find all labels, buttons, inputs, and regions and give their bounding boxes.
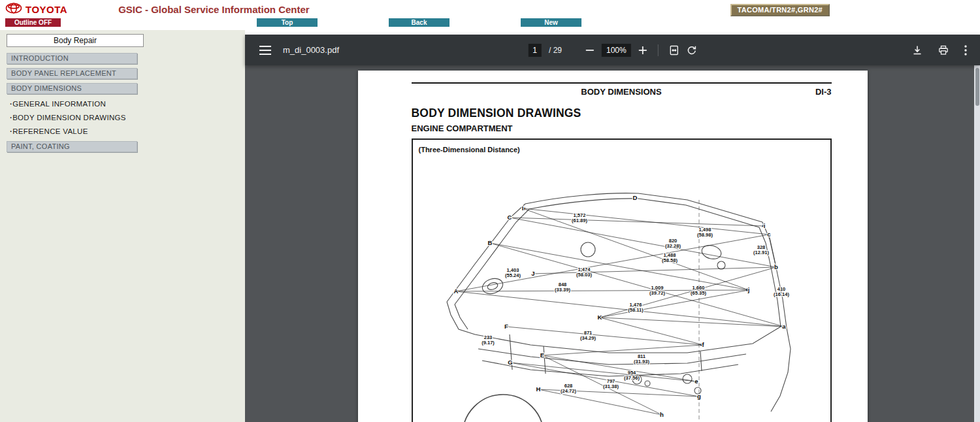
- measure-point-label: K: [597, 314, 602, 321]
- measure-point-label: D: [632, 194, 637, 201]
- dimension-label: 1,476(58.11): [628, 302, 644, 313]
- zoom-out-icon[interactable]: [585, 46, 595, 55]
- dimension-label: 1,403(55.24): [505, 267, 521, 278]
- page-number-input[interactable]: 1: [528, 44, 542, 57]
- vertical-scrollbar[interactable]: [974, 65, 980, 422]
- dimension-label: 1,488(58.58): [662, 252, 678, 263]
- toyota-logo-icon: [5, 3, 22, 16]
- measure-point-label: c: [767, 231, 770, 238]
- top-button[interactable]: Top: [257, 18, 318, 27]
- measure-point-label: a: [782, 323, 786, 330]
- toyota-brand: TOYOTA: [5, 3, 67, 16]
- dimension-line: [600, 290, 749, 317]
- dimension-label: 328(12.91): [753, 244, 769, 255]
- dimension-line: [490, 243, 784, 327]
- dimension-figure: (Three-Dimensional Distance): [412, 138, 832, 422]
- pdf-viewer: m_di_0003.pdf 1 / 29 100%: [245, 30, 980, 422]
- page-count-label: / 29: [549, 46, 562, 55]
- dimension-label: 628(24.72): [561, 383, 576, 394]
- dimension-label: 871(34.29): [580, 330, 596, 341]
- dimension-line: [542, 345, 703, 355]
- measure-point-label: C: [507, 214, 512, 221]
- dimension-label: 1,660(65.35): [691, 285, 706, 296]
- nav-button-row: Outline OFF Top Back New: [0, 18, 980, 30]
- page-header: BODY DIMENSIONS DI-3: [412, 84, 832, 98]
- engine-compartment-diagram: 1,572(61.89)1,498(58.98)820(32.28)328(12…: [413, 140, 830, 422]
- vehicle-model-badge: TACOMA/TRN2#,GRN2#: [730, 4, 830, 16]
- measure-point-label: i: [763, 222, 765, 229]
- kebab-menu-icon[interactable]: [964, 45, 967, 56]
- sidebar-item-introduction[interactable]: INTRODUCTION: [7, 53, 137, 64]
- sidebar-item-general-information[interactable]: GENERAL INFORMATION: [10, 100, 245, 108]
- section-title: BODY DIMENSION DRAWINGS: [412, 106, 832, 120]
- measure-point-label: E: [540, 351, 544, 359]
- back-button[interactable]: Back: [389, 18, 449, 27]
- toolbar-divider: [658, 44, 659, 56]
- measure-point-label: b: [774, 263, 778, 270]
- dimension-line: [538, 389, 662, 415]
- dimension-line: [523, 208, 769, 235]
- measure-point-label: I: [521, 204, 523, 212]
- outline-toggle-button[interactable]: Outline OFF: [5, 18, 61, 27]
- measure-point-label: e: [694, 378, 698, 385]
- download-icon[interactable]: [912, 45, 923, 56]
- zoom-level: 100%: [602, 44, 631, 57]
- sidebar-item-paint-coating[interactable]: PAINT, COATING: [7, 141, 137, 152]
- new-button[interactable]: New: [521, 18, 581, 27]
- pdf-filename: m_di_0003.pdf: [283, 45, 339, 55]
- page-number-code: DI-3: [815, 87, 832, 97]
- measure-point-label: A: [453, 287, 458, 295]
- dimension-label: 1,498(58.98): [697, 227, 713, 238]
- measure-point-label: f: [702, 341, 704, 348]
- viewer-top-gap: [245, 30, 980, 35]
- dimension-label: 1,009(39.72): [649, 285, 665, 296]
- pdf-page: BODY DIMENSIONS DI-3 BODY DIMENSION DRAW…: [358, 71, 868, 422]
- fit-to-page-icon[interactable]: [669, 45, 679, 56]
- pdf-canvas: BODY DIMENSIONS DI-3 BODY DIMENSION DRAW…: [245, 65, 980, 422]
- dimension-line: [490, 243, 749, 290]
- dimension-label: 820(32.28): [665, 238, 681, 249]
- measure-point-label: j: [747, 286, 749, 293]
- scrollbar-thumb[interactable]: [975, 68, 979, 106]
- dimension-line: [600, 267, 776, 317]
- measure-point-label: G: [508, 359, 512, 366]
- page-header-title: BODY DIMENSIONS: [581, 87, 661, 97]
- hamburger-menu-icon[interactable]: [259, 46, 271, 55]
- sidebar: Body Repair INTRODUCTION BODY PANEL REPL…: [0, 30, 245, 422]
- rotate-icon[interactable]: [687, 45, 697, 56]
- dimension-label: 1,474(58.03): [576, 267, 592, 278]
- dimension-label: 233(9.17): [482, 334, 495, 346]
- sidebar-item-body-dimension-drawings[interactable]: BODY DIMENSION DRAWINGS: [10, 114, 245, 122]
- section-subtitle: ENGINE COMPARTMENT: [412, 123, 832, 133]
- dimension-line: [523, 208, 749, 290]
- dimension-line: [542, 355, 696, 381]
- brand-wordmark: TOYOTA: [25, 4, 67, 15]
- measure-point-label: g: [697, 393, 701, 400]
- dimension-line: [506, 327, 703, 345]
- measure-point-label: h: [660, 411, 664, 418]
- app-title: GSIC - Global Service Information Center: [118, 4, 310, 15]
- measure-point-label: J: [531, 270, 534, 277]
- measure-point-label: F: [504, 323, 508, 330]
- zoom-in-icon[interactable]: [638, 46, 647, 55]
- dimension-label: 410(16.14): [774, 286, 789, 297]
- dimension-label: 1,572(61.89): [572, 212, 587, 223]
- sidebar-item-body-panel-replacement[interactable]: BODY PANEL REPLACEMENT: [7, 68, 137, 79]
- dimension-label: 848(33.39): [555, 282, 570, 293]
- dimension-line: [600, 317, 703, 345]
- measure-point-label: H: [536, 385, 540, 393]
- measure-point-label: B: [487, 239, 492, 246]
- figure-caption: (Three-Dimensional Distance): [419, 146, 520, 154]
- top-header: TOYOTA GSIC - Global Service Information…: [0, 0, 980, 18]
- dimension-label: 811(31.93): [634, 353, 649, 365]
- dimension-line: [510, 363, 696, 381]
- pdf-toolbar: m_di_0003.pdf 1 / 29 100%: [245, 35, 980, 65]
- sidebar-title: Body Repair: [7, 34, 144, 47]
- sidebar-item-reference-value[interactable]: REFERENCE VALUE: [10, 127, 245, 135]
- print-icon[interactable]: [938, 45, 949, 56]
- sidebar-item-body-dimensions[interactable]: BODY DIMENSIONS: [7, 83, 137, 94]
- dimension-line: [456, 291, 784, 327]
